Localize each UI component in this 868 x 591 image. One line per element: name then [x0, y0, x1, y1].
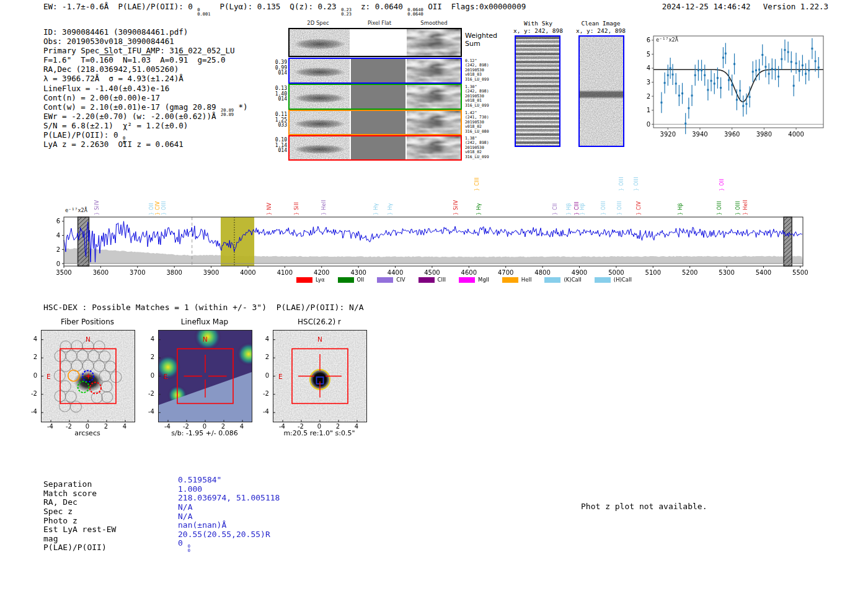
- text: N/A: [178, 512, 192, 521]
- label-line: Sum: [465, 40, 497, 48]
- sky-stripes-overlay: [516, 37, 559, 146]
- smoothed-smear: [407, 59, 461, 82]
- full-spectrum-plot: [50, 213, 815, 283]
- panel-x-tick: 4: [236, 423, 248, 430]
- clean-image-title-text: Clean Image: [567, 20, 635, 27]
- panel-x-tick: 2: [100, 423, 112, 430]
- panel-x-tick: 2: [217, 423, 229, 430]
- emission-line-label: } OIII: [634, 177, 639, 191]
- fiber-positions-panel: N E: [41, 330, 135, 422]
- spectrum-smear: [290, 111, 350, 134]
- panel-x-tick: 0: [198, 423, 211, 430]
- label-line: Weighted: [465, 32, 497, 40]
- smoothed-image: [407, 111, 461, 134]
- match-row-value: 1.000: [178, 484, 280, 494]
- north-label: N: [86, 335, 91, 343]
- panel-y-tick: 2: [25, 353, 37, 360]
- cutout-row: [288, 135, 462, 161]
- cutout-col-header: Pixel Flat: [355, 20, 404, 26]
- legend-label: (K)CaII: [564, 277, 581, 283]
- legend-label: CIV: [396, 277, 405, 283]
- hsc-panel-xlabel: m:20.5 re:1.0" s:0.5": [267, 429, 372, 437]
- lineflux-map-panel: N E: [158, 330, 252, 422]
- label-line: 014: [272, 148, 287, 154]
- cutout-right-labels: 0.12"(242, 898)20190530v018_03316_LU_099: [465, 59, 489, 82]
- pixel-flat-image: [351, 29, 405, 56]
- smoothed-image: [407, 29, 461, 56]
- match-row-value: 0.519584": [178, 475, 280, 484]
- spectrum-legend: LyαOIICIVCIIIMgIIHeII(K)CaII(H)CaII: [296, 277, 632, 283]
- with-sky-title: With Sky x, y: 242, 898: [504, 20, 572, 34]
- clean-image-coords: x, y: 242, 898: [567, 27, 635, 35]
- match-table-labels: SeparationMatch scoreRA, DecSpec zPhoto …: [43, 479, 116, 552]
- 2d-spec-image: [290, 136, 350, 159]
- panel-y-tick: 4: [25, 335, 37, 342]
- match-row-label: Est LyA rest-EW: [43, 525, 116, 534]
- legend-label: MgII: [478, 277, 489, 283]
- label-line: 014: [272, 97, 287, 102]
- east-label: E: [46, 373, 51, 380]
- smoothed-image: [407, 59, 461, 82]
- cutout-row: [288, 28, 462, 57]
- fiber-positions-image: N E: [42, 331, 135, 422]
- clean-image-title: Clean Image x, y: 242, 898: [567, 20, 635, 34]
- panel-y-tick: 0: [257, 372, 269, 379]
- panel-y-tick: -4: [257, 408, 269, 415]
- match-row-label: Photo z: [43, 516, 116, 525]
- panel-y-tick: 0: [25, 372, 37, 379]
- label-line: 014: [272, 71, 287, 76]
- match-row-label: RA, Dec: [43, 497, 116, 507]
- stacked-fraction: 00: [188, 544, 190, 553]
- spectrum-smear: [290, 85, 350, 109]
- label-line: 316_LU_099: [465, 104, 489, 108]
- match-row-label: Separation: [43, 479, 116, 489]
- legend-item: Lyα: [296, 277, 325, 283]
- match-row-value: nan(±nan)Å: [178, 520, 280, 530]
- match-row-value: 20.55(20.55,20.55)R: [178, 530, 280, 539]
- legend-label: HeII: [521, 277, 532, 283]
- cutout-row: [288, 110, 462, 135]
- legend-swatch: [595, 277, 611, 283]
- legend-label: Lyα: [316, 277, 325, 283]
- emission-line-label: } OII: [719, 179, 725, 191]
- 2d-spec-image: [290, 29, 350, 56]
- label-line: 033: [272, 123, 287, 128]
- panel-x-tick: 4: [350, 423, 363, 430]
- smoothed-image: [407, 136, 461, 159]
- legend-swatch: [544, 277, 560, 283]
- label-line: 316_LU_099: [465, 78, 489, 82]
- panel-x-tick: -2: [294, 423, 307, 430]
- photz-note: Phot z plot not available.: [581, 502, 707, 511]
- panel-x-tick: 4: [118, 423, 131, 430]
- lineflux-map-image: N E: [159, 331, 252, 422]
- spectrum-smear: [290, 29, 350, 56]
- panel-x-tick: -2: [180, 423, 192, 430]
- legend-item: MgII: [459, 277, 489, 283]
- legend-swatch: [418, 277, 435, 283]
- spectrum-smear: [290, 59, 350, 82]
- smoothed-image: [407, 85, 461, 109]
- legend-swatch: [459, 277, 475, 283]
- legend-label: (H)CaII: [614, 277, 632, 283]
- elixer-report-page: EW: -1.7±-0.6Å P(LAE)/P(OII): 0 00.001 P…: [0, 0, 868, 591]
- panel-y-tick: -4: [142, 408, 154, 415]
- text: 218.036974, 51.005118: [178, 493, 280, 502]
- panel-y-tick: 0: [142, 372, 154, 379]
- cutout-left-labels: 0.111.25033: [272, 112, 287, 128]
- legend-swatch: [338, 277, 354, 283]
- cutout-right-labels: 1.30"(242, 898)20190530v018_01316_LU_099: [465, 85, 489, 108]
- panel-x-tick: 0: [313, 423, 326, 430]
- label-line: 316_LU_080: [465, 130, 489, 134]
- cutout-col-header: 2D Spec: [293, 20, 343, 26]
- main-y-axis-label: e⁻¹⁷x2Å: [65, 207, 87, 213]
- emission-line-label: } CIII: [474, 177, 480, 191]
- text: N/A: [178, 502, 192, 512]
- legend-label: OII: [357, 277, 365, 283]
- text: nan(±nan)Å: [178, 520, 226, 530]
- text: 0: [178, 538, 188, 548]
- legend-item: (K)CaII: [544, 277, 581, 283]
- pixel-flat-image: [351, 85, 405, 109]
- with-sky-coords: x, y: 242, 898: [504, 27, 572, 35]
- legend-item: CIII: [418, 277, 446, 283]
- 2d-spec-image: [290, 111, 350, 134]
